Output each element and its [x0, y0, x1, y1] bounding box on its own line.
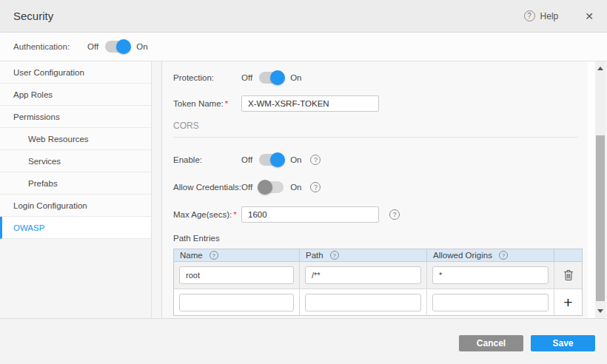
enable-row: Enable: Off On ?	[173, 149, 588, 170]
allow-credentials-on-label: On	[290, 183, 301, 192]
sidebar-item-app-roles[interactable]: App Roles	[0, 84, 151, 106]
scrollbar-thumb[interactable]	[596, 135, 605, 301]
table-row: +	[174, 289, 582, 315]
allow-credentials-off-label: Off	[241, 183, 252, 192]
content-panel: Protection: Off On Token Name:* CORS Ena…	[161, 61, 595, 318]
row1-allowed-origins-input[interactable]	[432, 266, 549, 284]
enable-off-label: Off	[241, 155, 252, 164]
max-age-label: Max Age(secs):*	[173, 210, 241, 219]
row2-allowed-origins-input[interactable]	[432, 294, 549, 311]
row1-path-input[interactable]	[305, 266, 421, 284]
add-row-button[interactable]: +	[563, 294, 572, 310]
name-help-icon[interactable]: ?	[209, 251, 218, 260]
cors-divider	[173, 137, 578, 138]
help-button[interactable]: ? Help	[524, 10, 559, 21]
help-label: Help	[540, 11, 559, 21]
row2-path-input[interactable]	[305, 294, 421, 311]
max-age-help-icon[interactable]: ?	[389, 209, 400, 220]
sidebar-item-web-resources[interactable]: Web Resources	[0, 128, 151, 150]
toggle-knob	[270, 70, 285, 85]
toggle-knob	[270, 152, 285, 167]
close-icon[interactable]: ✕	[585, 10, 594, 22]
sidebar-item-services[interactable]: Services	[0, 150, 151, 172]
max-age-input[interactable]	[241, 206, 379, 223]
sidebar-item-owasp[interactable]: OWASP	[0, 217, 151, 239]
protection-toggle[interactable]	[259, 72, 284, 84]
token-name-label: Token Name:*	[173, 99, 241, 108]
path-entries-header-row: Name ? Path ? Allowed Origins ?	[174, 249, 582, 262]
enable-label: Enable:	[173, 155, 241, 164]
sidebar-item-prefabs[interactable]: Prefabs	[0, 172, 151, 195]
cors-section-title: CORS	[173, 121, 588, 132]
vertical-scrollbar[interactable]	[595, 61, 606, 318]
title-bar: Security ? Help ✕	[0, 0, 607, 33]
row1-name-input[interactable]	[179, 266, 294, 284]
dialog-body: User Configuration App Roles Permissions…	[0, 61, 607, 318]
authentication-bar: Authentication: Off On	[0, 33, 607, 61]
required-asterisk: *	[225, 99, 228, 108]
max-age-row: Max Age(secs):* ?	[173, 205, 588, 224]
protection-off-label: Off	[241, 73, 252, 82]
table-row	[174, 262, 582, 289]
titlebar-actions: ? Help ✕	[524, 10, 607, 22]
enable-on-label: On	[290, 155, 301, 164]
enable-toggle[interactable]	[259, 154, 284, 166]
sidebar-item-login-configuration[interactable]: Login Configuration	[0, 195, 151, 217]
page-title: Security	[13, 10, 53, 22]
owasp-form: Protection: Off On Token Name:* CORS Ena…	[162, 61, 588, 318]
path-help-icon[interactable]: ?	[330, 251, 339, 260]
required-asterisk: *	[233, 210, 236, 219]
column-header-allowed-origins: Allowed Origins ?	[427, 249, 554, 261]
token-name-row: Token Name:*	[173, 94, 588, 113]
protection-on-label: On	[290, 73, 301, 82]
cancel-button[interactable]: Cancel	[459, 335, 523, 351]
column-header-actions	[554, 249, 582, 261]
delete-row-button[interactable]	[563, 269, 574, 281]
enable-help-icon[interactable]: ?	[310, 155, 321, 165]
authentication-toggle[interactable]	[105, 41, 130, 53]
column-header-name: Name ?	[174, 249, 300, 261]
column-header-path: Path ?	[300, 249, 427, 261]
help-icon: ?	[524, 10, 535, 21]
allow-credentials-toggle[interactable]	[259, 181, 284, 193]
toggle-knob	[258, 180, 272, 195]
protection-label: Protection:	[173, 73, 241, 82]
path-entries-label: Path Entries	[173, 234, 588, 246]
sidebar: User Configuration App Roles Permissions…	[0, 61, 152, 318]
dialog-footer: Cancel Save	[0, 318, 607, 364]
toggle-knob	[116, 39, 131, 54]
token-name-input[interactable]	[241, 95, 379, 112]
authentication-label: Authentication:	[13, 42, 70, 51]
row2-name-input[interactable]	[179, 294, 294, 311]
allow-credentials-row: Allow Credentials: Off On ?	[173, 177, 588, 198]
sidebar-item-user-configuration[interactable]: User Configuration	[0, 61, 151, 84]
allow-credentials-label: Allow Credentials:	[173, 183, 241, 192]
path-entries-table: Name ? Path ? Allowed Origins ?	[173, 249, 583, 316]
allowed-origins-help-icon[interactable]: ?	[499, 251, 508, 260]
scroll-up-arrow-icon[interactable]	[597, 67, 603, 70]
security-dialog: Security ? Help ✕ Authentication: Off On…	[0, 0, 607, 364]
sidebar-item-permissions[interactable]: Permissions	[0, 106, 151, 128]
authentication-on-label: On	[136, 42, 147, 51]
protection-row: Protection: Off On	[173, 67, 588, 88]
save-button[interactable]: Save	[531, 335, 595, 351]
authentication-off-label: Off	[87, 42, 98, 51]
trash-icon	[563, 269, 574, 281]
scroll-down-arrow-icon[interactable]	[597, 309, 603, 313]
allow-credentials-help-icon[interactable]: ?	[310, 182, 321, 192]
